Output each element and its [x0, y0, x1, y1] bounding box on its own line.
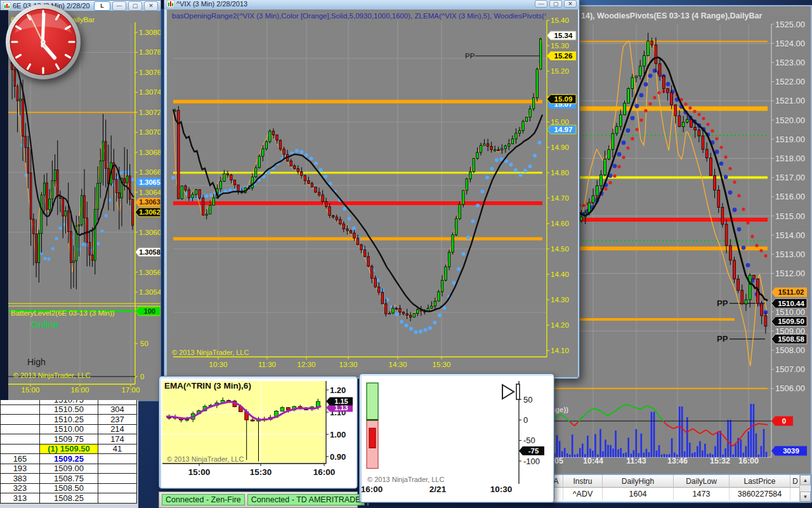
svg-text:1524.00: 1524.00	[775, 39, 805, 48]
svg-text:1.3068: 1.3068	[139, 149, 160, 156]
dom-buy-cell[interactable]: 237	[98, 415, 137, 425]
svg-text:1520.00: 1520.00	[775, 116, 805, 125]
dom-buy-cell[interactable]	[98, 464, 137, 474]
trin-chart-canvas[interactable]: 1.201.101.000.9015:0015:3016:001.131.15	[161, 378, 357, 488]
svg-text:16:00: 16:00	[71, 386, 89, 394]
svg-text:1.00: 1.00	[330, 430, 346, 439]
dom-buy-cell[interactable]	[98, 454, 137, 464]
dom-price-cell[interactable]: 1508.50	[39, 484, 98, 494]
dom-sell-cell[interactable]	[0, 400, 39, 405]
dom-price-cell[interactable]: 1510.25	[39, 415, 98, 425]
svg-text:15.26: 15.26	[554, 52, 573, 60]
svg-text:1510.44: 1510.44	[778, 300, 804, 307]
dom-price-cell[interactable]: 1510.50	[39, 405, 98, 415]
dom-price-cell[interactable]: 1509.75	[39, 434, 98, 444]
analog-clock[interactable]	[4, 3, 82, 81]
dom-price-cell[interactable]: 1508.25	[39, 493, 98, 504]
dom-sell-cell[interactable]: 193	[0, 464, 39, 474]
close-button[interactable]: ✕	[144, 1, 158, 11]
svg-text:14.50: 14.50	[551, 245, 569, 253]
dom-buy-cell[interactable]	[98, 493, 137, 504]
dom-price-cell[interactable]: 1510.00	[39, 425, 98, 435]
connection-status-bar: Connected - Zen-FireConnected - TD AMERI…	[159, 491, 358, 508]
center-window-titlebar[interactable]: ^VIX (3 Min) 2/28/2013 — ▢ ✕	[164, 0, 579, 10]
scroll-up-button[interactable]: ▲	[800, 475, 811, 485]
svg-text:-50: -50	[523, 436, 535, 445]
svg-text:1.3070: 1.3070	[139, 128, 160, 136]
dom-sell-cell[interactable]	[0, 425, 39, 435]
column-header-lastprice[interactable]: LastPrice	[730, 475, 790, 488]
svg-text:1506.00: 1506.00	[775, 384, 805, 393]
dom-row: 1510.25237	[0, 415, 138, 425]
svg-text:PP: PP	[717, 298, 728, 308]
dom-sell-cell[interactable]: 313	[0, 493, 39, 504]
connection-status: Connected - Zen-Fire	[162, 494, 245, 505]
svg-text:14.90: 14.90	[551, 144, 569, 151]
trin-chart-window: 1.201.101.000.9015:0015:3016:001.131.15 …	[159, 376, 358, 489]
table-row[interactable]: ^ADV160414733860227584	[549, 488, 811, 500]
table-cell: ^ADV	[563, 488, 603, 500]
dom-row: 3131508.25	[0, 493, 138, 504]
table-scrollbar[interactable]: ▲▼	[799, 475, 811, 502]
table-cell: 1473	[674, 488, 730, 500]
center-chart-window: ^VIX (3 Min) 2/28/2013 — ▢ ✕ PP15.4015.3…	[164, 0, 580, 379]
dom-buy-cell[interactable]: 174	[98, 434, 137, 444]
dom-row: 1931509.00	[0, 464, 138, 474]
right-chart-window: PPPP1525.001524.001523.001522.001521.001…	[543, 5, 812, 475]
svg-text:15.00: 15.00	[551, 118, 569, 126]
dom-buy-cell[interactable]	[98, 474, 137, 484]
dom-buy-cell[interactable]: 304	[98, 405, 137, 415]
close-button[interactable]: ✕	[564, 0, 577, 8]
svg-text:15:30: 15:30	[250, 467, 272, 477]
connection-status: Connected - TD AMERITRADE	[247, 494, 365, 505]
link-button[interactable]: L	[94, 1, 110, 11]
center-chart-body[interactable]: PP15.4015.3015.2015.1015.0014.9014.8014.…	[167, 10, 578, 377]
svg-text:3039: 3039	[783, 447, 799, 455]
column-header-dailylow[interactable]: DailyLow	[674, 475, 730, 488]
dom-sell-cell[interactable]	[0, 434, 39, 444]
svg-text:16:00: 16:00	[362, 485, 383, 494]
dom-row: 1510.00214	[0, 425, 138, 435]
dom-buy-cell[interactable]: 214	[98, 425, 137, 435]
dom-price-cell[interactable]: 1509.00	[39, 464, 98, 474]
svg-text:0: 0	[140, 373, 144, 380]
range-chart-window: 500-50-100-7516:002/2110:30 © 2013 Ninja…	[359, 373, 554, 503]
range-chart-canvas[interactable]: 500-50-100-7516:002/2110:30	[362, 376, 553, 502]
svg-text:0: 0	[523, 415, 528, 425]
dom-sell-cell[interactable]: 383	[0, 474, 39, 484]
scroll-down-button[interactable]: ▼	[800, 491, 811, 502]
dom-sell-cell[interactable]: 165	[0, 454, 39, 464]
dom-price-cell[interactable]: (1) 1509.50	[39, 444, 98, 455]
svg-text:50: 50	[140, 340, 148, 347]
dom-buy-cell[interactable]	[98, 484, 137, 494]
svg-text:1508.58: 1508.58	[778, 335, 804, 343]
dom-price-cell[interactable]: 1508.75	[39, 474, 98, 484]
svg-text:1507.00: 1507.00	[775, 364, 805, 374]
svg-text:1.3058: 1.3058	[139, 248, 160, 256]
dom-price-cell[interactable]: 1509.25	[39, 454, 98, 464]
svg-text:16:00: 16:00	[738, 457, 759, 465]
svg-text:1.3065: 1.3065	[139, 178, 160, 186]
dom-row: 3231508.50	[0, 484, 138, 494]
right-chart-canvas[interactable]: PPPP1525.001524.001523.001522.001521.001…	[544, 6, 811, 474]
minimize-button[interactable]: —	[112, 1, 126, 11]
dom-sell-cell[interactable]	[0, 415, 39, 425]
svg-text:1516.00: 1516.00	[775, 192, 805, 201]
dom-sell-cell[interactable]: 323	[0, 484, 39, 494]
dom-row: 3831508.75	[0, 474, 138, 484]
minimize-button[interactable]: —	[535, 0, 547, 8]
dom-sell-cell[interactable]	[0, 444, 39, 455]
maximize-button[interactable]: ▢	[128, 1, 142, 11]
dom-buy-cell[interactable]: 41	[98, 444, 137, 455]
svg-text:1522.00: 1522.00	[775, 77, 805, 86]
svg-text:15.20: 15.20	[551, 67, 569, 75]
svg-text:1.3078: 1.3078	[139, 48, 160, 56]
svg-text:15:00: 15:00	[188, 467, 211, 477]
column-header-dailyhigh[interactable]: DailyHigh	[603, 475, 674, 488]
svg-text:15:30: 15:30	[433, 361, 451, 368]
column-header-instru[interactable]: Instru	[563, 475, 603, 488]
maximize-button[interactable]: ▢	[549, 0, 562, 8]
table-cell: 3860227584	[730, 488, 790, 500]
svg-text:PP: PP	[465, 52, 475, 60]
dom-sell-cell[interactable]	[0, 405, 39, 415]
